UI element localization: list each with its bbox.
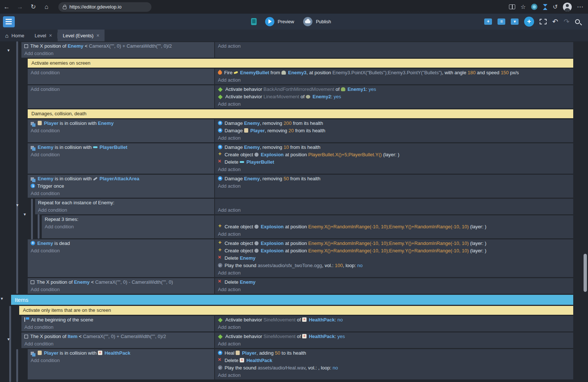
preview-button[interactable]: Preview [278,19,294,24]
comment-bar[interactable]: Activate only items that are on the scre… [19,306,573,315]
action-line[interactable]: Damage Player, removing 20 from its heal… [215,127,573,134]
address-bar[interactable]: https://editor.gdevelop.io [58,2,151,12]
action-line[interactable]: Activate behavior LinearMovement of Enem… [215,93,573,100]
add-action-link[interactable]: Add action [215,76,573,84]
action-line[interactable]: Delete PlayerBullet [215,158,573,166]
collapse-caret[interactable]: ▾ [24,212,26,216]
tab-level[interactable]: Level × [30,30,57,41]
add-condition-link[interactable]: Add condition [28,286,214,293]
collapse-caret[interactable]: ▾ [7,48,10,52]
action-line[interactable]: Damage Enemy, removing 10 from its healt… [215,144,573,151]
condition-line[interactable]: The X position of Enemy < CameraX("", 0)… [28,279,214,286]
add-action-link[interactable]: Add action [215,324,573,331]
vertical-scrollbar[interactable] [584,254,587,292]
add-action-link[interactable]: Add action [215,340,573,348]
comment-bar[interactable]: Damages, collision, death [28,109,573,118]
action-line[interactable]: Delete Enemy [215,255,573,262]
add-condition-link[interactable]: Add condition [21,324,214,331]
add-action-link[interactable]: Add action [215,183,573,190]
add-subevent-icon[interactable]: ≡ [498,18,505,25]
action-line[interactable]: Damage Enemy, removing 50 from its healt… [215,175,573,183]
extension-icon[interactable] [531,4,537,10]
add-new-event-button[interactable]: + [524,17,534,27]
publish-icon[interactable] [303,17,312,26]
debug-preview-icon[interactable] [251,18,257,25]
add-condition-link[interactable]: Add condition [35,207,214,214]
add-action-link[interactable]: Add action [215,286,573,293]
forward-icon[interactable]: → [13,3,27,11]
action-line[interactable]: Activate behavior SineMovement of Health… [215,316,573,324]
preview-play-icon[interactable] [265,17,274,26]
action-line[interactable]: Heal Player, adding 50 to its health [215,349,573,357]
favorites-icon[interactable]: ☆ [520,4,526,10]
condition-line[interactable]: The X position of Item < CameraX("", 0) … [21,333,214,340]
refresh-icon[interactable]: ↻ [27,3,40,11]
add-action-link[interactable]: Add action [215,42,573,50]
action-line[interactable]: Play the sound assets/audio/sfx_twoTone.… [215,262,573,269]
add-action-link[interactable]: Add action [215,134,573,142]
add-more-events-icon[interactable]: ▾ [511,18,519,25]
tab-level-events[interactable]: Level (Events) × [58,30,105,41]
home-icon[interactable]: ⌂ [40,3,53,11]
add-action-link[interactable]: Add action [215,166,573,173]
add-condition-link[interactable]: Add condition [28,86,214,93]
add-condition-link[interactable]: Add condition [42,223,214,231]
action-line[interactable]: Delete HealthPack [215,357,573,364]
condition-line[interactable]: Enemy is in collision with PlayerBullet [28,144,214,151]
condition-line[interactable]: Enemy is dead [28,240,214,247]
action-line[interactable]: Fire EnemyBullet from Enemy3, at positio… [215,69,573,76]
split-screen-icon[interactable] [509,4,515,9]
action-line[interactable]: Create object Explosion at position Play… [215,151,573,158]
condition-line[interactable]: Player is in collision with HealthPack [28,349,214,357]
comment-bar[interactable]: Activate enemies on screen [28,59,573,68]
group-bar[interactable]: Items [11,295,573,305]
event-header[interactable]: Repeat for each instance of Enemy: [35,199,214,207]
condition-line[interactable]: At the beginning of the scene [21,316,214,324]
sync-icon[interactable]: ↺ [553,4,558,10]
condition-line[interactable]: The X position of Enemy < CameraX("", 0)… [21,42,214,50]
condition-line[interactable]: Trigger once [28,183,214,190]
redo-icon[interactable]: ↷ [564,18,570,25]
condition-line[interactable]: Player is in collision with Enemy [28,120,214,127]
add-action-link[interactable]: Add action [215,100,573,108]
publish-button[interactable]: Publish [316,19,331,24]
collapse-caret[interactable]: ▾ [16,203,18,207]
action-line[interactable]: Create object Explosion at position Enem… [215,247,573,255]
gdevelop-logo[interactable] [3,16,15,27]
collapse-caret[interactable]: ▾ [1,296,3,301]
add-condition-link[interactable]: Add condition [28,247,214,255]
avatar[interactable] [563,3,572,11]
action-line[interactable]: Create object Explosion at position Enem… [215,240,573,247]
search-icon[interactable] [575,19,580,24]
back-icon[interactable]: ← [0,3,13,11]
text: at position [284,152,308,157]
action-line[interactable]: Activate behavior SineMovement of Health… [215,333,573,340]
collapse-caret[interactable]: ▾ [7,337,10,341]
add-condition-link[interactable]: Add condition [28,357,214,364]
action-line[interactable]: Delete Enemy [215,279,573,286]
browser-menu-icon[interactable]: ⋯ [577,4,584,10]
action-line[interactable]: Activate behavior BackAndForthMirroredMo… [215,86,573,93]
add-action-link[interactable]: Add action [215,231,573,238]
tab-home[interactable]: ⌂ Home [0,30,30,41]
add-condition-link[interactable]: Add condition [21,50,214,57]
action-line[interactable]: Play the sound assets/audio/Heal.wav, vo… [215,364,573,372]
close-icon[interactable]: × [96,33,99,38]
add-condition-link[interactable]: Add condition [28,190,214,197]
add-condition-link[interactable]: Add condition [28,151,214,158]
add-action-link[interactable]: Add action [215,372,573,379]
add-action-link[interactable]: Add action [215,207,573,214]
action-line[interactable]: Damage Enemy, removing 200 from its heal… [215,120,573,127]
add-event-icon[interactable]: + [484,18,492,25]
add-condition-link[interactable]: Add condition [28,127,214,134]
event-header[interactable]: Repeat 3 times: [42,216,214,223]
selection-mode-icon[interactable] [540,19,547,24]
condition-line[interactable]: Enemy is in collision with PlayerAttackA… [28,175,214,183]
add-condition-link[interactable]: Add condition [28,69,214,76]
action-line[interactable]: Create object Explosion at position Enem… [215,223,573,231]
add-action-link[interactable]: Add action [215,269,573,277]
add-condition-link[interactable]: Add condition [21,340,214,348]
hourglass-extension-icon[interactable] [543,4,548,10]
close-icon[interactable]: × [49,33,52,38]
undo-icon[interactable]: ↶ [552,18,558,25]
